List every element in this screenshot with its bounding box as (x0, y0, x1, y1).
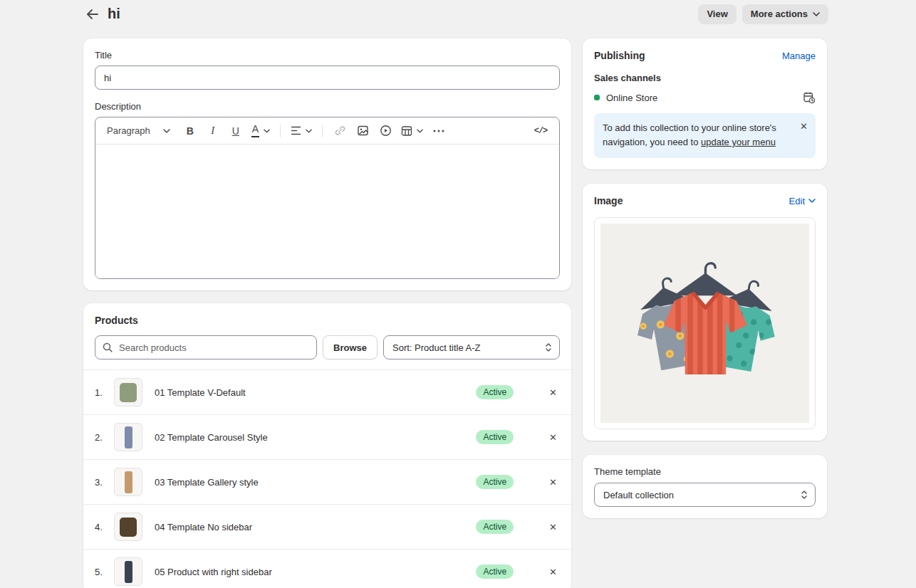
table-row[interactable]: 3. 03 Template Gallery style Active ✕ (83, 459, 571, 504)
description-label: Description (95, 101, 560, 112)
channel-row: Online Store (594, 91, 816, 104)
back-button[interactable] (83, 6, 102, 23)
view-button[interactable]: View (698, 4, 736, 24)
status-badge: Active (476, 475, 514, 489)
table-row[interactable]: 1. 01 Template V-Default Active ✕ (83, 369, 571, 414)
more-formatting-button[interactable] (430, 122, 447, 140)
content-layout: Title Description Paragraph B I U A (83, 38, 828, 588)
more-actions-button[interactable]: More actions (742, 4, 828, 24)
remove-product-button[interactable]: ✕ (546, 474, 560, 490)
up-down-chevrons-icon (544, 342, 553, 352)
side-column: Publishing Manage Sales channels Online … (583, 38, 827, 518)
table-icon (401, 125, 412, 137)
product-thumbnail (114, 557, 142, 586)
sales-channels-label: Sales channels (594, 73, 816, 83)
paragraph-style-dropdown[interactable]: Paragraph (105, 122, 172, 140)
product-name: 04 Template No sidebar (155, 522, 476, 532)
table-row[interactable]: 5. 05 Product with right sidebar Active … (83, 549, 571, 588)
close-icon: ✕ (549, 567, 557, 577)
text-color-label: A (251, 124, 259, 137)
collection-image-frame (594, 217, 816, 429)
link-button[interactable] (331, 122, 348, 140)
show-html-button[interactable]: </> (532, 122, 549, 140)
page-title: hi (108, 6, 120, 22)
link-icon (334, 125, 346, 137)
row-index: 4. (95, 522, 114, 532)
editor-toolbar: Paragraph B I U A (95, 117, 559, 145)
remove-product-button[interactable]: ✕ (546, 519, 560, 535)
publishing-card: Publishing Manage Sales channels Online … (583, 38, 827, 169)
up-down-chevrons-icon (800, 490, 808, 500)
search-products-input[interactable] (95, 335, 317, 359)
description-textarea[interactable] (95, 145, 559, 278)
product-list: 1. 01 Template V-Default Active ✕ 2. 02 … (83, 369, 571, 588)
chevron-down-icon (306, 129, 312, 133)
title-card: Title Description Paragraph B I U A (83, 38, 571, 290)
table-row[interactable]: 4. 04 Template No sidebar Active ✕ (83, 504, 571, 549)
channel-name: Online Store (606, 93, 657, 103)
manage-link[interactable]: Manage (782, 51, 816, 61)
row-index: 1. (95, 387, 114, 398)
insert-table-button[interactable] (400, 122, 425, 140)
topbar-actions: View More actions (698, 4, 828, 24)
close-icon: ✕ (549, 477, 557, 488)
row-index: 2. (95, 432, 114, 443)
close-icon: ✕ (800, 121, 808, 132)
title-label: Title (95, 50, 560, 61)
status-badge: Active (476, 385, 514, 399)
chevron-down-icon (813, 12, 820, 16)
update-menu-link[interactable]: update your menu (701, 137, 776, 147)
products-controls: Browse Sort: Product title A-Z (83, 326, 571, 369)
alignment-button[interactable] (289, 122, 313, 140)
topbar-left: hi (83, 0, 120, 31)
table-row[interactable]: 2. 02 Template Carousel Style Active ✕ (83, 414, 571, 459)
view-button-label: View (707, 9, 727, 19)
more-actions-label: More actions (751, 9, 808, 19)
remove-product-button[interactable]: ✕ (546, 429, 560, 446)
chevron-down-icon (417, 129, 423, 133)
products-card: Products Browse Sort: Product title A-Z … (83, 303, 571, 588)
close-icon: ✕ (549, 432, 557, 443)
browse-button[interactable]: Browse (323, 335, 378, 359)
paragraph-style-label: Paragraph (107, 125, 150, 136)
underline-button[interactable]: U (227, 122, 244, 140)
banner-close-button[interactable]: ✕ (798, 120, 809, 133)
text-color-button[interactable]: A (250, 122, 271, 140)
product-name: 03 Template Gallery style (155, 477, 476, 488)
insert-image-button[interactable] (354, 122, 371, 140)
main-column: Title Description Paragraph B I U A (83, 38, 571, 588)
align-left-icon (291, 126, 301, 135)
publishing-heading: Publishing (594, 50, 645, 61)
video-icon (380, 125, 392, 137)
theme-template-select[interactable]: Default collection (594, 483, 816, 507)
schedule-calendar-icon[interactable] (803, 91, 816, 104)
theme-template-card: Theme template Default collection (583, 455, 827, 518)
bold-button[interactable]: B (182, 122, 199, 140)
chevron-down-icon (264, 129, 270, 133)
edit-image-label: Edit (789, 196, 805, 206)
sort-select[interactable]: Sort: Product title A-Z (383, 335, 560, 359)
product-name: 01 Template V-Default (155, 387, 476, 398)
close-icon: ✕ (549, 387, 557, 398)
status-badge: Active (476, 565, 514, 579)
description-editor: Paragraph B I U A (95, 117, 560, 279)
insert-video-button[interactable] (377, 122, 394, 140)
remove-product-button[interactable]: ✕ (546, 564, 560, 580)
search-icon (102, 342, 113, 353)
sort-select-value: Sort: Product title A-Z (392, 342, 481, 353)
title-input[interactable] (95, 65, 560, 90)
chevron-down-icon (163, 129, 170, 133)
ellipsis-icon (433, 130, 444, 132)
product-thumbnail (114, 468, 142, 496)
publishing-banner: To add this collection to your online st… (594, 113, 816, 158)
toolbar-divider (280, 125, 281, 137)
channel-status-dot (594, 95, 600, 100)
image-card: Image Edit (583, 184, 827, 441)
collection-image[interactable] (600, 224, 809, 423)
remove-product-button[interactable]: ✕ (546, 384, 560, 401)
edit-image-button[interactable]: Edit (789, 196, 816, 206)
theme-template-value: Default collection (603, 490, 674, 500)
italic-button[interactable]: I (204, 122, 222, 140)
status-badge: Active (476, 520, 514, 534)
status-badge: Active (476, 430, 514, 444)
